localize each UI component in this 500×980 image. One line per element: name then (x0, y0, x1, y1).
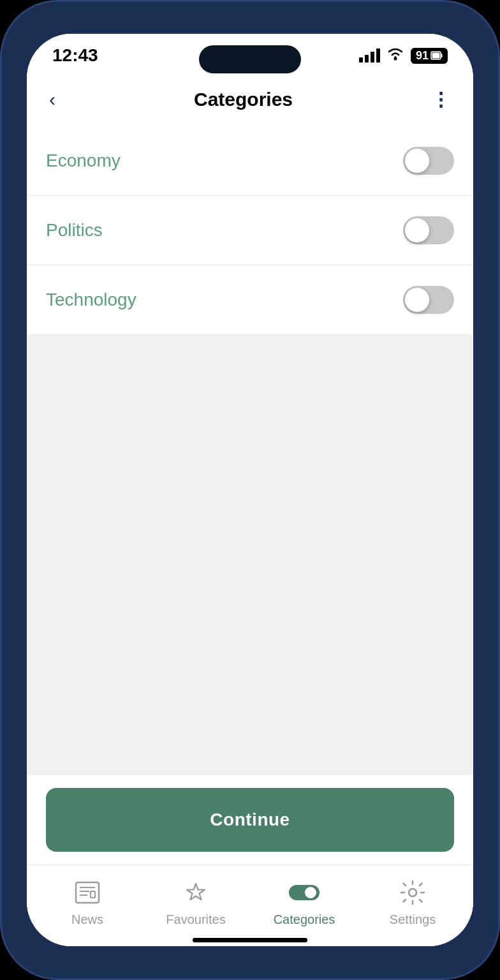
battery-icon: 91 (411, 48, 448, 64)
tab-news[interactable]: News (33, 877, 142, 927)
dynamic-island (199, 45, 301, 73)
svg-point-0 (393, 57, 397, 61)
wifi-icon (386, 47, 404, 64)
status-time: 12:43 (52, 45, 98, 66)
category-label-politics: Politics (46, 220, 103, 241)
page-title: Categories (194, 89, 293, 110)
continue-button[interactable]: Continue (46, 788, 454, 852)
content-area: Economy Politics Technology (27, 126, 473, 865)
svg-point-11 (409, 889, 416, 896)
battery-level: 91 (416, 49, 429, 63)
category-list: Economy Politics Technology (27, 126, 473, 335)
tab-categories[interactable]: Categories (250, 877, 358, 927)
category-item-economy: Economy (27, 126, 473, 196)
empty-content-area (27, 335, 473, 775)
svg-point-10 (305, 887, 316, 898)
status-icons: 91 (359, 47, 448, 64)
category-item-technology: Technology (27, 265, 473, 335)
tab-settings[interactable]: Settings (358, 877, 467, 927)
tab-settings-label: Settings (390, 912, 436, 927)
settings-icon (397, 877, 429, 909)
phone-screen: 12:43 (27, 34, 473, 946)
tab-categories-label: Categories (274, 912, 335, 927)
signal-icon (359, 48, 380, 63)
toggle-economy[interactable] (403, 147, 454, 175)
toggle-knob-economy (405, 149, 429, 173)
toggle-knob-politics (405, 218, 429, 242)
svg-rect-3 (432, 53, 440, 59)
nav-header: ‹ Categories ⋮ (27, 72, 473, 126)
continue-button-area: Continue (27, 775, 473, 865)
category-item-politics: Politics (27, 196, 473, 265)
tab-bar: News Favourites Categories (27, 865, 473, 933)
more-button[interactable]: ⋮ (428, 85, 454, 114)
toggle-politics[interactable] (403, 216, 454, 244)
phone-frame: 12:43 (0, 0, 500, 980)
news-icon (71, 877, 103, 909)
tab-news-label: News (71, 912, 103, 927)
svg-rect-8 (91, 891, 95, 898)
category-label-technology: Technology (46, 290, 136, 310)
tab-favourites[interactable]: Favourites (142, 877, 250, 927)
toggle-knob-technology (405, 288, 429, 312)
tab-favourites-label: Favourites (166, 912, 225, 927)
toggle-technology[interactable] (403, 286, 454, 314)
home-indicator (27, 933, 473, 946)
svg-rect-2 (441, 54, 443, 57)
back-button[interactable]: ‹ (46, 85, 59, 114)
favourites-icon (180, 877, 212, 909)
category-label-economy: Economy (46, 151, 121, 171)
categories-icon (288, 877, 320, 909)
